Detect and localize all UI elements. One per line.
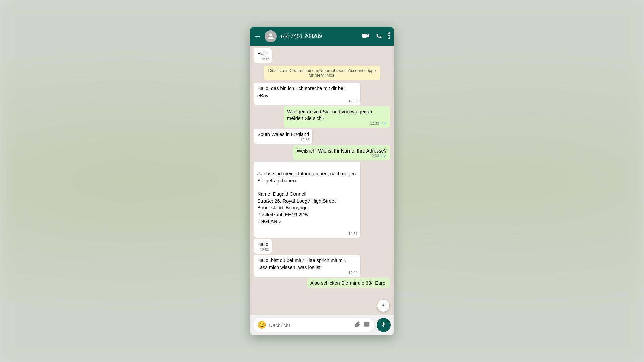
- msg-time-7: 12:50: [260, 247, 269, 252]
- svg-point-1: [388, 32, 390, 34]
- svg-rect-0: [362, 34, 367, 38]
- svg-point-2: [388, 35, 390, 36]
- msg-text-4: South Wales in England: [257, 132, 309, 137]
- attachment-icon[interactable]: [354, 321, 361, 329]
- message-received-6: Ja das sind meine Informationen, nach de…: [254, 162, 360, 238]
- camera-icon[interactable]: [363, 321, 370, 329]
- msg-text-3: Wer genau sind Sie, und von wo genau mel…: [287, 109, 372, 121]
- video-call-icon[interactable]: [362, 33, 370, 40]
- msg-time-6: 12:37: [348, 231, 358, 236]
- msg-time-3: 12:33: [370, 121, 379, 126]
- mic-button[interactable]: [377, 318, 391, 332]
- header-icons: [362, 32, 390, 41]
- msg-text-1: Hallo: [257, 51, 268, 56]
- chat-header: ← +44 7451 208289: [250, 27, 394, 46]
- phone-container: ← +44 7451 208289: [250, 27, 394, 335]
- msg-time-1: 12:32: [260, 57, 269, 62]
- msg-text-7: Hallo: [257, 242, 268, 247]
- scroll-down-button[interactable]: [377, 300, 389, 312]
- contact-name: +44 7451 208289: [280, 33, 359, 39]
- msg-time-8: 12:50: [348, 270, 358, 276]
- message-sent-3: Wer genau sind Sie, und von wo genau mel…: [284, 106, 390, 128]
- message-input-box: 😊: [253, 318, 374, 332]
- msg-time-4: 12:35: [301, 137, 310, 142]
- message-received-8: Hallo, bist du bei mir? Bitte sprich mit…: [254, 255, 360, 277]
- message-sent-9-partial: Also schicken Sie mir die 334 Euro.: [307, 278, 390, 288]
- emoji-button[interactable]: 😊: [257, 321, 266, 329]
- phone-call-icon[interactable]: [376, 32, 382, 41]
- input-area: 😊: [250, 315, 394, 335]
- svg-point-3: [388, 37, 390, 39]
- message-sent-5: Weiß ich. Wie ist Ihr Name, Ihre Adresse…: [293, 145, 390, 160]
- message-received-7: Hallo 12:50: [254, 239, 272, 254]
- msg-time-5: 12:36: [370, 153, 379, 158]
- avatar: [265, 30, 277, 42]
- system-notice-text: Dies ist ein Chat mit einem Unternehmens…: [268, 68, 376, 78]
- msg-text-6: Ja das sind meine Informationen, nach de…: [257, 171, 356, 224]
- system-notice[interactable]: Dies ist ein Chat mit einem Unternehmens…: [264, 66, 380, 80]
- msg-text-8: Hallo, bist du bei mir? Bitte sprich mit…: [257, 258, 346, 270]
- read-receipt-5: ✓✓: [380, 153, 387, 159]
- back-button[interactable]: ←: [254, 32, 261, 41]
- msg-text-2: Hallo, das bin ich. Ich spreche mit dir …: [257, 86, 344, 98]
- more-options-icon[interactable]: [388, 32, 390, 41]
- message-received-4: South Wales in England 12:35: [254, 129, 312, 144]
- chat-area: Hallo 12:32 Dies ist ein Chat mit einem …: [250, 46, 394, 315]
- header-info: +44 7451 208289: [280, 33, 359, 39]
- message-received-2: Hallo, das bin ich. Ich spreche mit dir …: [254, 83, 360, 105]
- read-receipt-3: ✓✓: [380, 120, 387, 126]
- msg-time-2: 12:33: [348, 99, 358, 104]
- message-input[interactable]: [269, 322, 351, 328]
- msg-text-9: Also schicken Sie mir die 334 Euro.: [310, 280, 387, 286]
- message-received-1: Hallo 12:32: [254, 48, 272, 63]
